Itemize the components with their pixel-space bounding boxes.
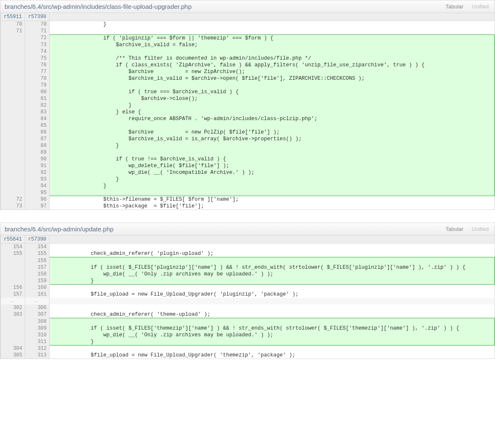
line-number-old — [1, 169, 25, 176]
diff-row: 95 — [1, 189, 495, 196]
line-number-old — [1, 34, 25, 42]
revision-old-link[interactable]: r55911 — [1, 13, 25, 21]
view-mode-unified[interactable]: Unified — [470, 3, 490, 10]
code-cell: $archive_is_valid = is_array( $archive->… — [50, 136, 495, 142]
diff-file-header: branches/6.4/src/wp-admin/update.phpTabu… — [0, 223, 495, 236]
diff-table: r55641r57390 154154155155 check_admin_re… — [0, 236, 495, 359]
line-number-new: 71 — [25, 28, 50, 34]
diff-row: 310 wp_die( __( 'Only .zip archives may … — [1, 332, 495, 338]
line-number-new: 90 — [25, 156, 50, 162]
diff-row: 90 if ( true !== $archive_is_valid ) { — [1, 156, 495, 162]
line-number-old — [1, 55, 25, 62]
line-number-old — [1, 42, 25, 48]
line-number-old — [1, 115, 25, 122]
line-number-new: 156 — [25, 257, 50, 264]
code-cell: } — [50, 338, 495, 346]
line-number-old — [1, 75, 25, 82]
code-cell — [50, 304, 495, 311]
line-number-new: 88 — [25, 142, 50, 149]
line-number-new: 95 — [25, 189, 50, 196]
view-mode-tabular[interactable]: Tabular — [444, 226, 465, 232]
line-number-old — [1, 48, 25, 55]
code-cell: check_admin_referer( 'plugin-upload' ); — [50, 250, 495, 257]
code-cell — [50, 189, 495, 196]
code-cell: } — [50, 278, 495, 285]
diff-row: 73 $archive_is_valid = false; — [1, 42, 495, 48]
code-cell: } — [50, 176, 495, 183]
line-number-new: 73 — [25, 42, 50, 48]
line-number-new: 74 — [25, 48, 50, 55]
diff-row: 83 } else { — [1, 109, 495, 115]
line-number-old — [1, 189, 25, 196]
code-cell: $archive->close(); — [50, 95, 495, 102]
file-path-link[interactable]: branches/6.4/src/wp-admin/update.php — [5, 225, 113, 233]
line-number-old — [1, 102, 25, 109]
diff-row: 74 — [1, 48, 495, 55]
line-number-old — [1, 122, 25, 129]
diff-file-block: branches/6.4/src/wp-admin/update.phpTabu… — [0, 223, 495, 359]
code-cell: if ( true === $archive_is_valid ) { — [50, 89, 495, 95]
line-number-old — [1, 318, 25, 325]
line-number-old — [1, 142, 25, 149]
revision-old-link[interactable]: r55641 — [1, 236, 25, 244]
line-number-old — [1, 82, 25, 89]
view-mode-separator — [465, 226, 470, 232]
code-cell: } else { — [50, 109, 495, 115]
line-number-new: 70 — [25, 21, 50, 28]
code-cell — [50, 345, 495, 352]
line-number-new: 79 — [25, 82, 50, 89]
revision-new-link[interactable]: r57390 — [25, 236, 50, 244]
line-number-new: 159 — [25, 278, 50, 285]
diff-row: 7070 } — [1, 21, 495, 28]
diff-row: 85 — [1, 122, 495, 129]
code-cell: $this->filename = $_FILES[ $form ]['name… — [50, 196, 495, 203]
line-number-new: 306 — [25, 304, 50, 311]
line-number-old: 155 — [1, 250, 25, 257]
view-mode-switch: Tabular Unified — [444, 3, 490, 10]
line-number-old — [1, 257, 25, 264]
line-number-new: 86 — [25, 129, 50, 136]
diff-row: 157 if ( isset( $_FILES['pluginzip']['na… — [1, 264, 495, 271]
line-number-new: 72 — [25, 34, 50, 42]
diff-row: 91 wp_delete_file( $file['file'] ); — [1, 162, 495, 169]
diff-row: 92 wp_die( __( 'Incompatible Archive.' )… — [1, 169, 495, 176]
file-path-link[interactable]: branches/6.4/src/wp-admin/includes/class… — [5, 3, 191, 10]
line-number-new: 308 — [25, 318, 50, 325]
line-number-old — [1, 156, 25, 162]
code-cell: wp_die( __( 'Incompatible Archive.' ) ); — [50, 169, 495, 176]
code-cell: require_once ABSPATH . 'wp-admin/include… — [50, 115, 495, 122]
diff-row: 309 if ( isset( $_FILES['themezip']['nam… — [1, 325, 495, 332]
line-number-old — [1, 271, 25, 278]
code-cell: if ( class_exists( 'ZipArchive', false )… — [50, 62, 495, 68]
view-mode-unified[interactable]: Unified — [470, 226, 490, 232]
line-number-old — [1, 109, 25, 115]
diff-row: …… — [1, 298, 495, 304]
revision-new-link[interactable]: r57390 — [25, 13, 50, 21]
code-cell: $archive = new ZipArchive(); — [50, 68, 495, 75]
line-number-new: 92 — [25, 169, 50, 176]
line-number-new: 96 — [25, 196, 50, 203]
line-number-old: 157 — [1, 291, 25, 298]
line-number-new: 154 — [25, 244, 50, 251]
line-number-new: 76 — [25, 62, 50, 68]
diff-row: 7171 — [1, 28, 495, 34]
code-cell: } — [50, 142, 495, 149]
code-cell — [50, 244, 495, 251]
line-number-old — [1, 62, 25, 68]
diff-row: 157161 $file_upload = new File_Upload_Up… — [1, 291, 495, 298]
line-number-old: 302 — [1, 304, 25, 311]
line-number-new: 158 — [25, 271, 50, 278]
diff-row: 308 — [1, 318, 495, 325]
diff-row: 80 if ( true === $archive_is_valid ) { — [1, 89, 495, 95]
line-number-new: 87 — [25, 136, 50, 142]
diff-table: r55911r57390 7070 }717172 if ( 'pluginzi… — [0, 13, 495, 210]
code-cell: if ( true !== $archive_is_valid ) { — [50, 156, 495, 162]
line-number-new: 161 — [25, 291, 50, 298]
line-number-old — [1, 332, 25, 338]
line-number-old — [1, 68, 25, 75]
line-number-old: 303 — [1, 311, 25, 318]
diff-row: 82 } — [1, 102, 495, 109]
view-mode-tabular[interactable]: Tabular — [444, 3, 465, 10]
diff-row: 154154 — [1, 244, 495, 251]
line-number-old: 305 — [1, 352, 25, 359]
